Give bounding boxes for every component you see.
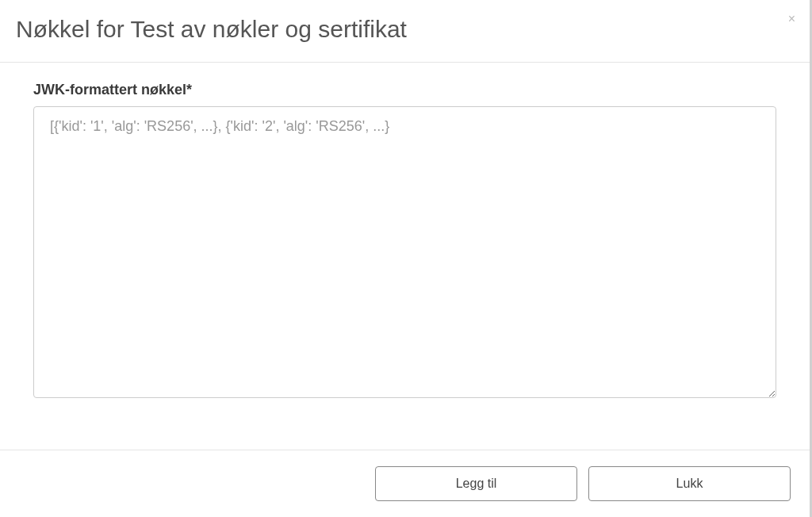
modal-body: JWK-formattert nøkkel* — [0, 63, 810, 450]
jwk-label: JWK-formattert nøkkel* — [33, 82, 776, 98]
add-button[interactable]: Legg til — [375, 466, 577, 501]
modal-title: Nøkkel for Test av nøkler og sertifikat — [16, 16, 794, 43]
modal-dialog: Nøkkel for Test av nøkler og sertifikat … — [0, 0, 812, 517]
modal-header: Nøkkel for Test av nøkler og sertifikat … — [0, 0, 810, 63]
jwk-textarea[interactable] — [33, 106, 776, 398]
close-button[interactable]: Lukk — [588, 466, 791, 501]
close-icon[interactable]: × — [788, 13, 795, 25]
modal-footer: Legg til Lukk — [0, 450, 810, 517]
